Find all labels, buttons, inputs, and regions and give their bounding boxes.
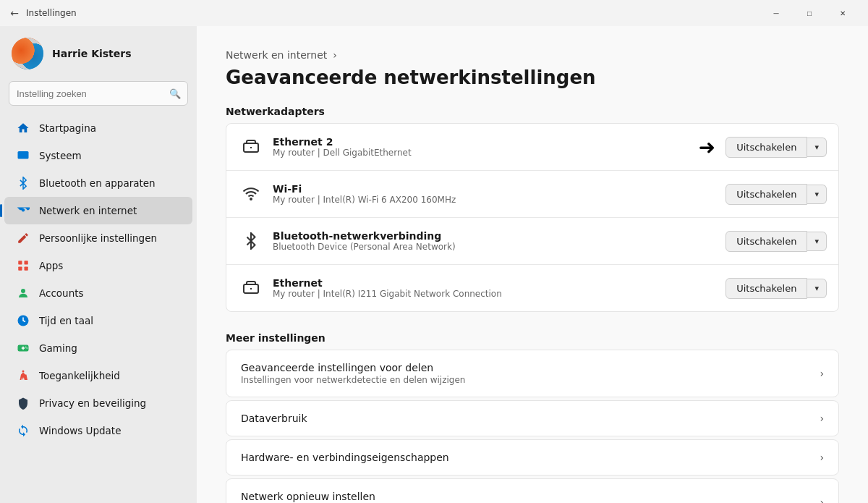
meer-item-title: Dataverbruik xyxy=(241,413,820,424)
page-title: Geavanceerde netwerkinstellingen xyxy=(226,67,839,88)
chevron-right-icon: › xyxy=(820,496,824,503)
breadcrumb-parent: Netwerk en internet xyxy=(226,49,327,61)
adapter-action: Uitschakelen ▾ xyxy=(726,231,827,252)
maximize-button[interactable]: □ xyxy=(793,0,826,26)
svg-rect-4 xyxy=(25,267,28,271)
sidebar-item-label-toegankelijkheid: Toegankelijkheid xyxy=(39,370,120,381)
meer-list: Geavanceerde instellingen voor delen Ins… xyxy=(226,350,839,503)
sidebar-item-persoonlijk[interactable]: Persoonlijke instellingen xyxy=(4,224,192,252)
sidebar-item-label-accounts: Accounts xyxy=(39,287,84,299)
sidebar-item-accounts[interactable]: Accounts xyxy=(4,279,192,307)
window-controls: ─ □ ✕ xyxy=(760,0,859,26)
adapter-name: Bluetooth-netwerkverbinding xyxy=(273,230,726,242)
adapter-card: Ethernet 2 My router | Dell GigabitEther… xyxy=(226,124,838,171)
avatar-image xyxy=(12,38,43,69)
user-name: Harrie Kisters xyxy=(52,48,132,59)
close-button[interactable]: ✕ xyxy=(826,0,859,26)
chevron-right-icon: › xyxy=(820,452,824,463)
sidebar-item-startpagina[interactable]: Startpagina xyxy=(4,114,192,142)
sidebar-item-tijd[interactable]: Tijd en taal xyxy=(4,307,192,334)
systeem-icon xyxy=(16,148,30,163)
bluetooth-icon xyxy=(16,176,30,190)
avatar xyxy=(12,38,43,69)
adapter-name: Wi-Fi xyxy=(273,183,726,195)
meer-item[interactable]: Dataverbruik › xyxy=(226,400,839,436)
svg-point-11 xyxy=(27,347,28,349)
uitschakelen-button[interactable]: Uitschakelen xyxy=(726,278,807,299)
startpagina-icon xyxy=(16,121,30,135)
search-box: 🔍 xyxy=(9,81,188,106)
nav-list: Startpagina Systeem Bluetooth en apparat… xyxy=(0,111,197,447)
uitschakelen-button[interactable]: Uitschakelen xyxy=(726,231,807,252)
adapter-action: Uitschakelen ▾ xyxy=(726,184,827,205)
minimize-button[interactable]: ─ xyxy=(760,0,793,26)
sidebar-item-netwerk[interactable]: Netwerk en internet xyxy=(4,197,192,224)
tijd-icon xyxy=(16,313,30,328)
expand-button[interactable]: ▾ xyxy=(807,232,827,251)
toegankelijkheid-icon xyxy=(16,368,30,383)
persoonlijk-icon xyxy=(16,231,30,245)
sidebar-item-toegankelijkheid[interactable]: Toegankelijkheid xyxy=(4,362,192,389)
chevron-right-icon: › xyxy=(820,368,824,379)
adapter-card: Bluetooth-netwerkverbinding Bluetooth De… xyxy=(226,218,838,265)
sidebar-item-label-privacy: Privacy en beveiliging xyxy=(39,397,146,409)
uitschakelen-button[interactable]: Uitschakelen xyxy=(726,184,807,205)
meer-item-info: Geavanceerde instellingen voor delen Ins… xyxy=(241,362,820,385)
titlebar: ← Instellingen ─ □ ✕ xyxy=(0,0,868,26)
search-icon: 🔍 xyxy=(169,88,181,99)
sidebar-item-update[interactable]: Windows Update xyxy=(4,417,192,444)
meer-item-info: Dataverbruik xyxy=(241,413,820,424)
adapter-info: Ethernet 2 My router | Dell GigabitEther… xyxy=(273,136,699,158)
meer-item-info: Hardware- en verbindingseigenschappen xyxy=(241,452,820,463)
back-button[interactable]: ← xyxy=(9,7,20,19)
sidebar-item-privacy[interactable]: Privacy en beveiliging xyxy=(4,389,192,417)
search-input[interactable] xyxy=(9,81,188,106)
svg-point-10 xyxy=(25,347,27,348)
sidebar-item-label-netwerk: Netwerk en internet xyxy=(39,205,137,216)
sidebar-item-label-apps: Apps xyxy=(39,260,63,271)
sidebar-item-label-bluetooth: Bluetooth en apparaten xyxy=(39,177,156,189)
sidebar-item-apps[interactable]: Apps xyxy=(4,252,192,279)
sidebar-item-label-gaming: Gaming xyxy=(39,342,77,354)
highlight-arrow: ➜ xyxy=(699,135,714,159)
adapter-icon-bluetooth xyxy=(238,228,264,254)
sidebar-item-gaming[interactable]: Gaming xyxy=(4,334,192,362)
sidebar-item-bluetooth[interactable]: Bluetooth en apparaten xyxy=(4,169,192,197)
adapter-info: Bluetooth-netwerkverbinding Bluetooth De… xyxy=(273,230,726,252)
expand-button[interactable]: ▾ xyxy=(807,138,827,157)
meer-section-label: Meer instellingen xyxy=(226,332,839,344)
update-icon xyxy=(16,423,30,438)
expand-button[interactable]: ▾ xyxy=(807,279,827,298)
adapter-info: Wi-Fi My router | Intel(R) Wi-Fi 6 AX200… xyxy=(273,183,726,205)
adapter-icon-ethernet xyxy=(238,134,264,160)
sidebar-item-label-startpagina: Startpagina xyxy=(39,122,96,134)
svg-point-5 xyxy=(21,289,25,293)
breadcrumb: Netwerk en internet › xyxy=(226,49,839,61)
sidebar-item-label-tijd: Tijd en taal xyxy=(39,315,93,326)
meer-item[interactable]: Geavanceerde instellingen voor delen Ins… xyxy=(226,350,839,397)
apps-icon xyxy=(16,258,30,273)
sidebar-item-systeem[interactable]: Systeem xyxy=(4,142,192,169)
accounts-icon xyxy=(16,286,30,300)
adapter-desc: My router | Intel(R) I211 Gigabit Networ… xyxy=(273,289,726,299)
svg-rect-1 xyxy=(18,261,22,264)
meer-item-info: Netwerk opnieuw instellen De fabrieksins… xyxy=(241,491,820,503)
adapter-icon-ethernet xyxy=(238,275,264,301)
uitschakelen-button[interactable]: Uitschakelen xyxy=(726,137,807,158)
sidebar: Harrie Kisters 🔍 Startpagina Systeem Blu… xyxy=(0,26,197,503)
meer-item-title: Netwerk opnieuw instellen xyxy=(241,491,820,502)
sidebar-item-label-update: Windows Update xyxy=(39,425,121,436)
expand-button[interactable]: ▾ xyxy=(807,185,827,204)
meer-item-title: Hardware- en verbindingseigenschappen xyxy=(241,452,820,463)
gaming-icon xyxy=(16,341,30,355)
adapter-info: Ethernet My router | Intel(R) I211 Gigab… xyxy=(273,277,726,299)
app-body: Harrie Kisters 🔍 Startpagina Systeem Blu… xyxy=(0,26,868,503)
netwerk-icon xyxy=(16,203,30,218)
svg-point-12 xyxy=(22,371,25,373)
adapter-icon-wifi xyxy=(238,181,264,207)
meer-item[interactable]: Hardware- en verbindingseigenschappen › xyxy=(226,439,839,475)
adapter-card: Wi-Fi My router | Intel(R) Wi-Fi 6 AX200… xyxy=(226,171,838,218)
sidebar-item-label-systeem: Systeem xyxy=(39,150,82,161)
meer-item[interactable]: Netwerk opnieuw instellen De fabrieksins… xyxy=(226,478,839,503)
svg-rect-3 xyxy=(18,267,22,271)
